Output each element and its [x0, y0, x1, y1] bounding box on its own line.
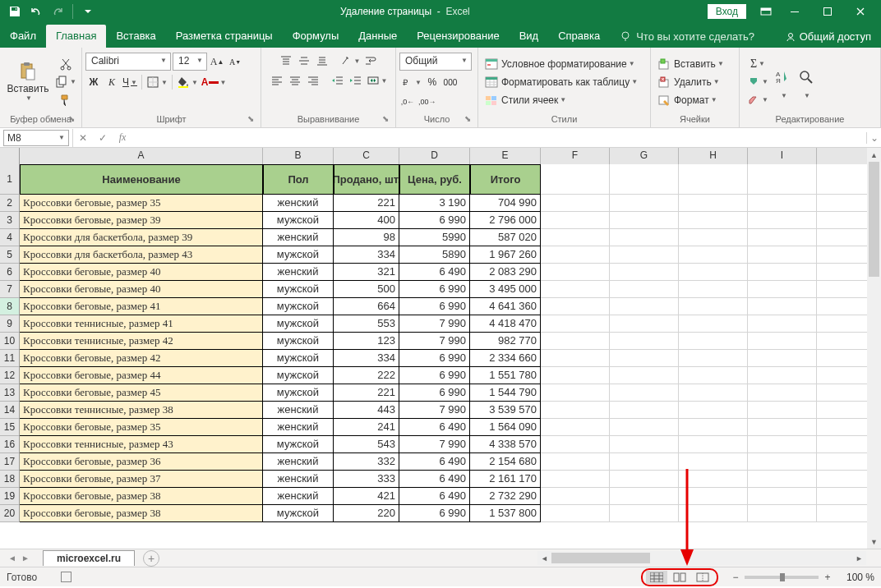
align-center-icon[interactable] — [287, 72, 303, 89]
scroll-down-icon[interactable]: ▼ — [867, 535, 881, 549]
cell[interactable]: женский — [263, 419, 334, 436]
cell[interactable]: 7 990 — [399, 315, 470, 333]
orientation-icon[interactable]: ▼ — [339, 53, 362, 69]
number-format-combo[interactable]: Общий▼ — [399, 53, 472, 71]
cell[interactable]: 2 154 680 — [470, 453, 541, 471]
cell[interactable]: 553 — [334, 315, 399, 333]
header-cell[interactable]: Пол — [263, 164, 334, 195]
cell[interactable]: 2 161 170 — [470, 471, 541, 488]
maximize-icon[interactable] — [812, 2, 843, 21]
fill-icon[interactable]: ▼ — [746, 74, 769, 90]
underline-button[interactable]: Ч▼ — [122, 74, 138, 90]
col-header-g[interactable]: G — [610, 148, 679, 164]
cell[interactable]: 6 490 — [399, 264, 470, 281]
cell[interactable]: 6 490 — [399, 453, 470, 471]
cell[interactable]: 4 641 360 — [470, 298, 541, 315]
cell[interactable]: 543 — [334, 436, 399, 453]
cell[interactable]: 1 544 790 — [470, 384, 541, 402]
cell[interactable]: 332 — [334, 453, 399, 471]
cell[interactable]: мужской — [263, 505, 334, 522]
cell[interactable]: Кроссовки беговые, размер 38 — [20, 505, 263, 522]
cell[interactable]: 982 770 — [470, 333, 541, 350]
clipboard-launcher-icon[interactable]: ⬊ — [67, 114, 76, 124]
increase-decimal-icon[interactable]: ,0← — [399, 94, 416, 110]
cell[interactable]: мужской — [263, 350, 334, 367]
horizontal-scrollbar[interactable]: ◄ ► — [537, 551, 866, 565]
bold-button[interactable]: Ж — [85, 74, 102, 90]
add-sheet-icon[interactable]: + — [143, 550, 159, 567]
paste-button[interactable]: Вставить ▼ — [3, 53, 53, 111]
cell[interactable]: 6 490 — [399, 488, 470, 505]
cell[interactable]: мужской — [263, 384, 334, 402]
cell[interactable]: Кроссовки беговые, размер 40 — [20, 281, 263, 298]
cell[interactable]: 1 537 800 — [470, 505, 541, 522]
tab-page-layout[interactable]: Разметка страницы — [166, 25, 283, 48]
cell[interactable]: 664 — [334, 298, 399, 315]
formula-input[interactable] — [132, 129, 866, 147]
cell[interactable]: женский — [263, 402, 334, 419]
row-header[interactable]: 14 — [0, 402, 20, 419]
col-header-d[interactable]: D — [399, 148, 470, 164]
undo-icon[interactable] — [26, 2, 46, 21]
borders-icon[interactable]: ▼ — [145, 74, 168, 90]
format-painter-icon[interactable] — [54, 92, 77, 108]
row-header[interactable]: 18 — [0, 471, 20, 488]
scroll-thumb[interactable] — [869, 162, 879, 277]
cell[interactable]: 6 490 — [399, 471, 470, 488]
col-header-h[interactable]: H — [679, 148, 748, 164]
zoom-out-icon[interactable]: − — [730, 572, 741, 583]
cell[interactable]: Кроссовки беговые, размер 35 — [20, 195, 263, 212]
tab-formulas[interactable]: Формулы — [283, 25, 349, 48]
row-header[interactable]: 1 — [0, 164, 20, 195]
cell[interactable]: мужской — [263, 281, 334, 298]
align-bottom-icon[interactable] — [314, 53, 330, 69]
cell[interactable]: 400 — [334, 212, 399, 229]
tab-view[interactable]: Вид — [510, 25, 549, 48]
row-header[interactable]: 7 — [0, 281, 20, 298]
cell[interactable]: мужской — [263, 367, 334, 384]
cell[interactable]: 7 990 — [399, 333, 470, 350]
row-header[interactable]: 15 — [0, 419, 20, 436]
cell[interactable]: Кроссовки беговые, размер 35 — [20, 419, 263, 436]
decrease-font-icon[interactable]: A▼ — [227, 53, 243, 70]
cell[interactable]: мужской — [263, 298, 334, 315]
cell[interactable]: Кроссовки для баскетбола, размер 43 — [20, 246, 263, 264]
font-color-icon[interactable]: A▼ — [201, 74, 228, 90]
align-middle-icon[interactable] — [296, 53, 312, 69]
cut-icon[interactable] — [54, 56, 77, 72]
cell[interactable]: Кроссовки беговые, размер 44 — [20, 367, 263, 384]
percent-icon[interactable]: % — [424, 74, 441, 90]
cell[interactable]: мужской — [263, 246, 334, 264]
alignment-launcher-icon[interactable]: ⬊ — [381, 114, 390, 124]
cell[interactable]: 6 490 — [399, 419, 470, 436]
cell[interactable]: 6 990 — [399, 367, 470, 384]
sheet-nav[interactable]: ◄► — [0, 554, 38, 563]
cell[interactable]: женский — [263, 453, 334, 471]
row-header[interactable]: 13 — [0, 384, 20, 402]
tab-data[interactable]: Данные — [348, 25, 407, 48]
cell[interactable]: 587 020 — [470, 229, 541, 246]
italic-button[interactable]: К — [104, 74, 120, 90]
cell[interactable]: Кроссовки теннисные, размер 38 — [20, 402, 263, 419]
cell[interactable]: 334 — [334, 246, 399, 264]
cell[interactable]: 5890 — [399, 246, 470, 264]
scroll-thumb[interactable] — [551, 553, 650, 563]
col-header-b[interactable]: B — [263, 148, 334, 164]
insert-function-icon[interactable]: fx — [113, 129, 132, 147]
row-header[interactable]: 6 — [0, 264, 20, 281]
cell-styles-button[interactable]: Стили ячеек▼ — [482, 91, 647, 109]
page-layout-view-icon[interactable] — [669, 571, 690, 584]
copy-icon[interactable]: ▼ — [54, 74, 77, 90]
decrease-decimal-icon[interactable]: ,00→ — [417, 94, 437, 110]
align-left-icon[interactable] — [269, 72, 285, 89]
cell[interactable]: 334 — [334, 350, 399, 367]
cell[interactable]: Кроссовки беговые, размер 38 — [20, 488, 263, 505]
tab-file[interactable]: Файл — [0, 25, 46, 48]
cell[interactable]: 443 — [334, 402, 399, 419]
cell[interactable]: 1 564 090 — [470, 419, 541, 436]
sort-filter-icon[interactable]: AЯ — [774, 64, 792, 90]
row-header[interactable]: 3 — [0, 212, 20, 229]
accounting-format-icon[interactable]: ₽▼ — [399, 74, 422, 90]
enter-formula-icon[interactable]: ✓ — [93, 129, 113, 147]
cell[interactable]: женский — [263, 488, 334, 505]
